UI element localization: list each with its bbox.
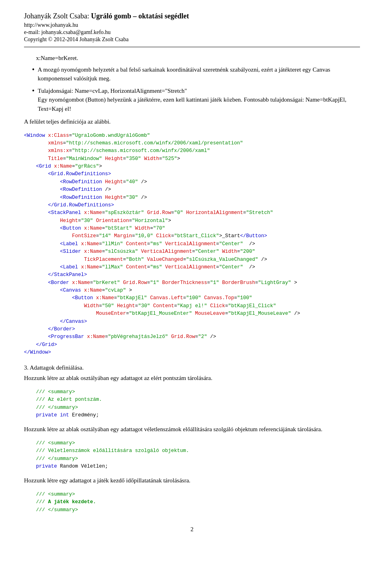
definition-label: A felület teljes definíciója az alábbi. xyxy=(24,117,360,126)
bullet-item-2: • Tulajdonságai: Name=cvLap, HorizontalA… xyxy=(32,86,360,114)
code-summary-3: /// <summary> /// A játék kezdete. /// <… xyxy=(24,491,360,514)
brkeret-label: x:Name=brKeret. xyxy=(36,54,360,63)
code-summary-1: /// <summary> /// Az elért pontszám. ///… xyxy=(24,388,360,420)
code-block-main: <Window x:Class="UgraloGomb.wndUgrálóGom… xyxy=(24,132,360,357)
bullet-dot-1: • xyxy=(32,65,34,74)
header-title: Johanyák Zsolt Csaba: Ugráló gomb – okta… xyxy=(24,12,360,20)
code-summary-2: /// <summary> /// Véletlenszámok előállí… xyxy=(24,440,360,471)
bullet-dot-2: • xyxy=(32,86,34,96)
header-email: e-mail: johanyak.csaba@gamf.kefo.hu xyxy=(24,29,360,36)
header-url: http://www.johanyak.hu xyxy=(24,22,360,28)
section3-text2: Hozzunk létre az ablak osztályában egy a… xyxy=(24,425,360,434)
bullet-section: • A mozgó nyomógomb helyzetét a bal fels… xyxy=(32,65,360,114)
bullet-text-2: Tulajdonságai: Name=cvLap, HorizontalAli… xyxy=(38,86,360,114)
bullet-text-1: A mozgó nyomógomb helyzetét a bal felső … xyxy=(38,65,360,83)
section3-heading: 3. Adattagok definiálása. xyxy=(24,364,360,371)
section3-text3: Hozzunk létre egy adattagot a játék kezd… xyxy=(24,476,360,485)
header-copyright: Copyright © 2012-2014 Johanyák Zsolt Csa… xyxy=(24,36,360,43)
bullet-item-1: • A mozgó nyomógomb helyzetét a bal fels… xyxy=(32,65,360,83)
page-header: Johanyák Zsolt Csaba: Ugráló gomb – okta… xyxy=(24,12,360,47)
page-number: 2 xyxy=(24,526,360,533)
section3-text1: Hozzunk létre az ablak osztályában egy a… xyxy=(24,374,360,383)
header-title-prefix: Johanyák Zsolt Csaba: xyxy=(24,12,91,20)
header-divider xyxy=(24,47,360,47)
header-title-bold: Ugráló gomb – oktatási segédlet xyxy=(91,12,189,20)
